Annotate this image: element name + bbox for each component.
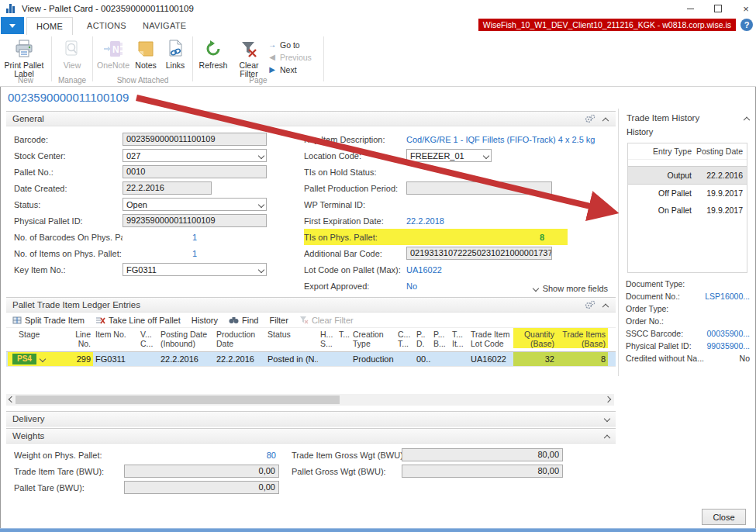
history-row[interactable]: On Pallet 19.9.2017 (628, 202, 747, 219)
split-trade-item-button[interactable]: Split Trade Item (12, 316, 85, 325)
location-code-select[interactable]: FREEZER_01 (406, 149, 492, 162)
close-window-button[interactable]: × (740, 3, 751, 14)
clear-filter-icon (299, 316, 309, 324)
quantity-base-cell: 32 (513, 352, 557, 366)
column-header-quantity-base[interactable]: Quantity(Base) (513, 328, 557, 348)
general-right-column: Key Item Description:Cod/KG/RE 1 - IQF F… (304, 131, 568, 294)
history-row[interactable]: Output 22.2.2016 (628, 166, 747, 185)
column-header-line-no[interactable]: LineNo. (64, 328, 93, 348)
pallet-production-period-field[interactable] (406, 181, 552, 195)
previous-button: ◀ Previous (268, 51, 312, 63)
history-button[interactable]: History (192, 316, 218, 325)
take-line-off-pallet-button[interactable]: Take Line off Pallet (95, 316, 181, 325)
column-header-production-date[interactable]: ProductionDate (214, 328, 265, 348)
next-button[interactable]: ▶ Next (268, 64, 312, 75)
column-header-pd[interactable]: P..D. (414, 328, 431, 348)
go-to-button[interactable]: → Go to (268, 39, 312, 50)
column-header-pb[interactable]: P...B... (431, 328, 450, 348)
button-label: View (64, 61, 81, 70)
chevron-down-icon (532, 285, 538, 292)
key-item-no-select[interactable]: FG0311 (123, 263, 267, 276)
physical-pallet-id-field[interactable]: 9923590000011100109 (123, 214, 267, 227)
notes-button[interactable]: Notes (132, 37, 160, 70)
column-header-vc[interactable]: V...C... (138, 328, 158, 348)
field-label: No. of Barcodes On Phys. Pallet: (14, 233, 123, 242)
column-header-tit[interactable]: T...It... (450, 328, 468, 348)
trade-item-gross-wgt-field[interactable]: 80,00 (402, 448, 563, 461)
toolbar-label: Find (242, 316, 258, 325)
minimize-icon (687, 8, 694, 9)
sscc-barcode-link[interactable]: 00035900... (707, 329, 750, 338)
go-to-icon: → (268, 40, 277, 49)
key-item-description-link[interactable]: Cod/KG/RE 1 - IQF Fillets (FIFO-Track) 4… (406, 135, 595, 144)
toolbar-label: History (192, 316, 218, 325)
column-header-posting-date[interactable]: Posting Date(Inbound) (158, 328, 214, 348)
ledger-section-header[interactable]: Pallet Trade Item Ledger Entries (6, 297, 616, 313)
date-created-field[interactable]: 22.2.2016 (123, 181, 212, 195)
column-header-stage[interactable]: Stage (8, 328, 64, 339)
document-no-link[interactable]: LSP16000... (705, 292, 750, 301)
tab-home[interactable]: HOME (26, 17, 73, 36)
find-button[interactable]: Find (229, 316, 258, 325)
collapse-section-icon[interactable] (604, 435, 610, 441)
physical-pallet-id-link[interactable]: 99035900... (707, 341, 750, 351)
barcodes-count-link[interactable]: 1 (123, 233, 197, 242)
horizontal-scrollbar[interactable] (6, 394, 614, 406)
column-header-hs[interactable]: H...S... (318, 328, 337, 348)
column-header-trade-items-base[interactable]: Trade Items(Base) (557, 328, 608, 348)
minimize-button[interactable] (685, 3, 696, 14)
export-approved-link[interactable]: No (406, 282, 417, 291)
refresh-button[interactable]: Refresh (196, 37, 230, 70)
scroll-left-icon[interactable] (9, 396, 15, 402)
items-count-link[interactable]: 1 (123, 249, 197, 258)
customize-gear-icon[interactable] (584, 114, 595, 124)
collapse-section-icon[interactable] (602, 304, 609, 310)
column-header-status[interactable]: Status (265, 328, 318, 339)
additional-bar-code-field[interactable]: 021931310722250231021000001737010 (406, 247, 552, 260)
customize-gear-icon[interactable] (584, 300, 595, 310)
filter-button[interactable]: Filter (269, 316, 288, 325)
posting-date-column-header[interactable]: Posting Date (695, 147, 747, 156)
column-header-creation-type[interactable]: CreationType (350, 328, 395, 348)
pallet-gross-wgt-field[interactable]: 80,00 (402, 465, 563, 478)
scrollbar-thumb[interactable] (16, 396, 340, 404)
ledger-row[interactable]: PS4 299 FG0311 22.2.2016 22.2.2016 Poste… (6, 352, 616, 367)
column-header-ct[interactable]: C...T... (395, 328, 414, 348)
scroll-right-icon[interactable] (605, 396, 611, 402)
column-header-lot-code[interactable]: Trade ItemLot Code (468, 328, 513, 348)
expand-section-icon[interactable] (604, 416, 610, 422)
delivery-section-header[interactable]: Delivery (6, 411, 616, 427)
trade-item-tare-field[interactable]: 0,00 (124, 465, 279, 478)
tab-navigate[interactable]: NAVIGATE (133, 17, 195, 34)
weight-on-phys-pallet-link[interactable]: 80 (124, 451, 276, 460)
pallet-no-field[interactable]: 0010 (123, 165, 267, 178)
pallet-tare-field[interactable]: 0,00 (124, 481, 279, 494)
column-header-t[interactable]: T... (337, 328, 350, 339)
app-menu-button[interactable] (1, 17, 24, 34)
production-date-cell: 22.2.2016 (214, 352, 265, 366)
entry-type-column-header[interactable]: Entry Type (628, 147, 695, 156)
maximize-button[interactable] (713, 3, 723, 14)
print-pallet-label-button[interactable]: Print Pallet Label (3, 37, 45, 78)
section-title: General (12, 114, 44, 123)
show-more-fields-link[interactable]: Show more fields (533, 284, 608, 293)
tis-on-phys-pallet-value[interactable]: 8 (406, 233, 544, 242)
collapse-section-icon[interactable] (602, 118, 609, 124)
stock-center-select[interactable]: 027 (123, 149, 267, 162)
clear-filter-button[interactable]: Clear Filter (232, 37, 266, 78)
stage-cell-dropdown[interactable]: PS4 (8, 352, 64, 366)
column-header-item-no[interactable]: Item No. (93, 328, 138, 339)
help-icon[interactable]: ? (740, 19, 753, 31)
section-title: Weights (12, 431, 44, 440)
lot-code-on-pallet-link[interactable]: UA16022 (406, 265, 442, 275)
status-select[interactable]: Open (123, 198, 267, 211)
general-section-header[interactable]: General (6, 111, 616, 126)
links-button[interactable]: Links (161, 37, 189, 70)
general-left-column: Barcode:0023590000011100109 Stock Center… (14, 131, 282, 278)
weights-section-header[interactable]: Weights (6, 428, 616, 444)
close-button[interactable]: Close (702, 509, 746, 525)
history-row[interactable]: Off Pallet 19.9.2017 (628, 185, 747, 202)
barcode-field[interactable]: 0023590000011100109 (123, 133, 267, 146)
first-expiration-date-link[interactable]: 22.2.2018 (406, 216, 444, 226)
tab-actions[interactable]: ACTIONS (78, 17, 136, 34)
